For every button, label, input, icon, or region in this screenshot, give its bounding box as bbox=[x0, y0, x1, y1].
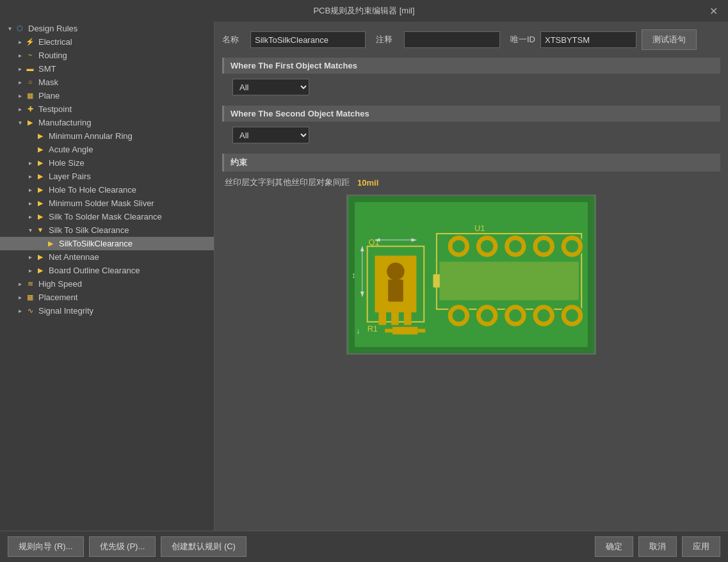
svg-rect-29 bbox=[440, 262, 578, 300]
tree-label-smt: SMT bbox=[38, 64, 56, 74]
tree-icon-signal-integrity: ∿ bbox=[24, 307, 36, 316]
close-button[interactable]: ✕ bbox=[706, 4, 722, 19]
tree-item-smt[interactable]: ▸▬SMT bbox=[0, 62, 214, 76]
tree-icon-min-solder-mask: ▶ bbox=[35, 199, 46, 208]
constraint-description: 丝印层文字到其他丝印层对象间距 bbox=[225, 177, 350, 188]
tree-item-routing[interactable]: ▸~Routing bbox=[0, 49, 214, 62]
expand-arrow-min-solder-mask: ▸ bbox=[26, 200, 35, 207]
tree-item-min-solder-mask[interactable]: ▸▶Minimum Solder Mask Sliver bbox=[0, 197, 214, 210]
tree-item-hole-size[interactable]: ▸▶Hole Size bbox=[0, 156, 214, 170]
tree-item-plane[interactable]: ▸▦Plane bbox=[0, 89, 214, 102]
window-title: PCB规则及约束编辑器 [mil] bbox=[313, 6, 414, 15]
where-second-row: All Custom Query Net Net Class bbox=[232, 127, 720, 143]
tree-item-silk-solder-mask[interactable]: ▸▶Silk To Solder Mask Clearance bbox=[0, 210, 214, 223]
id-input[interactable] bbox=[540, 31, 636, 48]
tree-label-hole-to-hole: Hole To Hole Clearance bbox=[49, 185, 136, 195]
where-second-header: Where The Second Object Matches bbox=[222, 106, 720, 122]
svg-text:U1: U1 bbox=[474, 223, 485, 233]
where-first-row: All Custom Query Net Net Class bbox=[232, 79, 720, 95]
tree-item-silk-silk[interactable]: ▾▼Silk To Silk Clearance bbox=[0, 223, 214, 237]
tree-label-placement: Placement bbox=[38, 293, 77, 302]
tree-item-layer-pairs[interactable]: ▸▶Layer Pairs bbox=[0, 170, 214, 183]
tree-item-testpoint[interactable]: ▸✚Testpoint bbox=[0, 102, 214, 116]
tree-label-net-antennae: Net Antennae bbox=[49, 252, 99, 262]
cancel-button[interactable]: 取消 bbox=[638, 536, 677, 557]
svg-point-20 bbox=[452, 240, 465, 253]
tree-icon-silk-solder-mask: ▶ bbox=[35, 213, 46, 221]
tree-icon-plane: ▦ bbox=[24, 92, 36, 100]
name-row: 名称 注释 唯一ID 测试语句 bbox=[222, 29, 720, 50]
tree-label-routing: Routing bbox=[38, 51, 67, 60]
svg-rect-4 bbox=[378, 312, 386, 325]
pcb-diagram: Q1 ↕ U1 bbox=[348, 196, 595, 353]
main-layout: ▾⬡Design Rules▸⚡Electrical▸~Routing▸▬SMT… bbox=[0, 22, 728, 531]
constraint-value: 10mil bbox=[357, 178, 378, 188]
tree-icon-board-outline: ▶ bbox=[35, 266, 46, 275]
tree-item-min-annular[interactable]: ▶Minimum Annular Ring bbox=[0, 129, 214, 143]
tree-label-design-rules: Design Rules bbox=[28, 24, 77, 33]
expand-arrow-board-outline: ▸ bbox=[26, 267, 35, 274]
tree-icon-manufacturing: ▶ bbox=[24, 118, 36, 127]
svg-rect-5 bbox=[391, 312, 399, 325]
tree-icon-smt: ▬ bbox=[24, 65, 36, 74]
svg-point-24 bbox=[509, 240, 522, 253]
expand-arrow-hole-size: ▸ bbox=[26, 159, 35, 166]
tree-icon-design-rules: ⬡ bbox=[14, 24, 26, 33]
svg-rect-8 bbox=[388, 280, 403, 301]
where-first-select[interactable]: All Custom Query Net Net Class bbox=[232, 79, 309, 95]
expand-arrow-electrical: ▸ bbox=[15, 38, 24, 45]
tree-label-silk-silk: Silk To Silk Clearance bbox=[49, 225, 129, 235]
ok-button[interactable]: 确定 bbox=[595, 536, 633, 557]
expand-arrow-silk-solder-mask: ▸ bbox=[26, 213, 35, 220]
name-input[interactable] bbox=[250, 31, 366, 48]
test-button[interactable]: 测试语句 bbox=[642, 29, 697, 50]
tree-item-placement[interactable]: ▸▦Placement bbox=[0, 291, 214, 304]
rules-wizard-button[interactable]: 规则向导 (R)... bbox=[8, 536, 84, 557]
footer-right: 确定 取消 应用 bbox=[595, 536, 720, 557]
apply-button[interactable]: 应用 bbox=[682, 536, 720, 557]
tree-label-signal-integrity: Signal Integrity bbox=[38, 306, 93, 316]
comment-input[interactable] bbox=[404, 31, 500, 48]
tree-icon-placement: ▦ bbox=[24, 293, 36, 302]
expand-arrow-high-speed: ▸ bbox=[15, 280, 24, 287]
svg-point-26 bbox=[537, 240, 550, 253]
tree-icon-net-antennae: ▶ bbox=[35, 253, 46, 262]
tree-item-electrical[interactable]: ▸⚡Electrical bbox=[0, 35, 214, 49]
svg-point-31 bbox=[452, 309, 465, 322]
expand-arrow-silk-silk: ▾ bbox=[26, 227, 35, 234]
tree-icon-layer-pairs: ▶ bbox=[35, 172, 46, 181]
svg-rect-6 bbox=[404, 312, 412, 325]
tree-item-signal-integrity[interactable]: ▸∿Signal Integrity bbox=[0, 304, 214, 317]
tree-label-manufacturing: Manufacturing bbox=[38, 118, 91, 127]
footer-left: 规则向导 (R)... 优先级 (P)... 创建默认规则 (C) bbox=[8, 536, 590, 557]
svg-rect-41 bbox=[392, 327, 417, 335]
create-default-button[interactable]: 创建默认规则 (C) bbox=[161, 536, 247, 557]
tree-icon-routing: ~ bbox=[24, 51, 36, 60]
priority-button[interactable]: 优先级 (P)... bbox=[89, 536, 156, 557]
tree-label-electrical: Electrical bbox=[38, 37, 72, 47]
expand-arrow-net-antennae: ▸ bbox=[26, 253, 35, 261]
tree-item-high-speed[interactable]: ▸≋High Speed bbox=[0, 277, 214, 291]
tree-item-net-antennae[interactable]: ▸▶Net Antennae bbox=[0, 250, 214, 264]
tree-label-high-speed: High Speed bbox=[38, 279, 82, 289]
expand-arrow-mask: ▸ bbox=[15, 79, 24, 86]
tree-panel: ▾⬡Design Rules▸⚡Electrical▸~Routing▸▬SMT… bbox=[0, 22, 214, 531]
tree-item-manufacturing[interactable]: ▾▶Manufacturing bbox=[0, 116, 214, 129]
tree-item-silktosilk[interactable]: ▶SilkToSilkClearance bbox=[0, 237, 214, 250]
tree-container: ▾⬡Design Rules▸⚡Electrical▸~Routing▸▬SMT… bbox=[0, 22, 214, 317]
expand-arrow-design-rules: ▾ bbox=[5, 25, 14, 32]
svg-point-28 bbox=[566, 240, 579, 253]
tree-item-design-rules[interactable]: ▾⬡Design Rules bbox=[0, 22, 214, 35]
tree-item-mask[interactable]: ▸○Mask bbox=[0, 76, 214, 89]
tree-item-acute-angle[interactable]: ▶Acute Angle bbox=[0, 143, 214, 156]
tree-icon-min-annular: ▶ bbox=[35, 132, 46, 141]
tree-item-hole-to-hole[interactable]: ▸▶Hole To Hole Clearance bbox=[0, 183, 214, 197]
expand-arrow-smt: ▸ bbox=[15, 65, 24, 72]
svg-point-22 bbox=[481, 240, 494, 253]
tree-icon-hole-to-hole: ▶ bbox=[35, 186, 46, 195]
tree-item-board-outline[interactable]: ▸▶Board Outline Clearance bbox=[0, 264, 214, 277]
tree-label-layer-pairs: Layer Pairs bbox=[49, 172, 91, 181]
tree-label-min-annular: Minimum Annular Ring bbox=[49, 131, 133, 141]
svg-text:↕: ↕ bbox=[352, 270, 355, 280]
where-second-select[interactable]: All Custom Query Net Net Class bbox=[232, 127, 309, 143]
